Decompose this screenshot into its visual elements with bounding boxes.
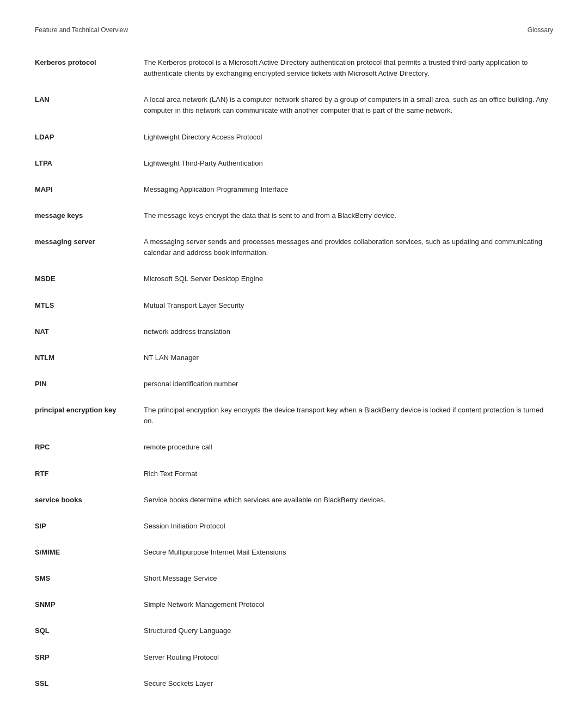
term-definition: Secure Sockets Layer [144, 674, 553, 693]
term-definition: Simple Network Management Protocol [144, 595, 553, 614]
term-definition: Messaging Application Programming Interf… [144, 180, 553, 199]
term-definition: Rich Text Format [144, 465, 553, 483]
row-spacer [35, 341, 553, 349]
term-label: messaging server [35, 233, 144, 262]
row-spacer [35, 667, 553, 674]
page-container: Feature and Technical Overview Glossary … [0, 0, 588, 706]
term-label: SIP [35, 517, 144, 535]
term-label: LAN [35, 90, 144, 120]
table-row: S/MIMESecure Multipurpose Internet Mail … [35, 543, 553, 562]
row-spacer [35, 367, 553, 375]
term-label: SRP [35, 648, 144, 667]
term-definition: remote procedure call [144, 438, 553, 457]
term-label: TCP/IP [35, 701, 144, 706]
table-row: principal encryption keyThe principal en… [35, 401, 553, 430]
term-label: SMS [35, 569, 144, 588]
term-label: RTF [35, 465, 144, 483]
term-definition: Transmission Control Protocol/Internet P… [144, 701, 553, 706]
term-label: S/MIME [35, 543, 144, 562]
table-row: SIPSession Initiation Protocol [35, 517, 553, 535]
term-label: MSDE [35, 270, 144, 288]
row-spacer [35, 120, 553, 128]
row-spacer [35, 225, 553, 233]
term-label: Kerberos protocol [35, 53, 144, 83]
row-spacer [35, 693, 553, 701]
term-definition: Secure Multipurpose Internet Mail Extens… [144, 543, 553, 562]
term-definition: Short Message Service [144, 569, 553, 588]
term-definition: Lightweight Directory Access Protocol [144, 128, 553, 147]
row-spacer [35, 509, 553, 517]
row-spacer [35, 588, 553, 595]
table-row: messaging serverA messaging server sends… [35, 233, 553, 262]
term-label: NAT [35, 322, 144, 341]
row-spacer [35, 483, 553, 491]
table-row: service booksService books determine whi… [35, 491, 553, 509]
term-label: service books [35, 491, 144, 509]
row-spacer [35, 641, 553, 648]
term-definition: Server Routing Protocol [144, 648, 553, 667]
row-spacer [35, 430, 553, 438]
table-row: SMSShort Message Service [35, 569, 553, 588]
table-row: SSLSecure Sockets Layer [35, 674, 553, 693]
table-row: SQLStructured Query Language [35, 622, 553, 640]
term-label: RPC [35, 438, 144, 457]
table-row: MTLSMutual Transport Layer Security [35, 296, 553, 315]
row-spacer [35, 535, 553, 543]
term-definition: A local area network (LAN) is a computer… [144, 90, 553, 120]
term-definition: Mutual Transport Layer Security [144, 296, 553, 315]
term-definition: Session Initiation Protocol [144, 517, 553, 535]
term-definition: Lightweight Third-Party Authentication [144, 154, 553, 173]
header-left: Feature and Technical Overview [35, 26, 128, 34]
table-row: TCP/IPTransmission Control Protocol/Inte… [35, 701, 553, 706]
term-definition: Service books determine which services a… [144, 491, 553, 509]
table-row: LTPALightweight Third-Party Authenticati… [35, 154, 553, 173]
term-definition: NT LAN Manager [144, 349, 553, 367]
term-label: SSL [35, 674, 144, 693]
term-label: MAPI [35, 180, 144, 199]
term-definition: A messaging server sends and processes m… [144, 233, 553, 262]
term-label: LTPA [35, 154, 144, 173]
term-definition: The principal encryption key encrypts th… [144, 401, 553, 430]
term-label: LDAP [35, 128, 144, 147]
table-row: MSDEMicrosoft SQL Server Desktop Engine [35, 270, 553, 288]
term-definition: network address translation [144, 322, 553, 341]
row-spacer [35, 393, 553, 401]
table-row: Kerberos protocolThe Kerberos protocol i… [35, 53, 553, 83]
table-row: LDAPLightweight Directory Access Protoco… [35, 128, 553, 147]
row-spacer [35, 289, 553, 296]
term-label: MTLS [35, 296, 144, 315]
term-label: SQL [35, 622, 144, 640]
term-definition: Structured Query Language [144, 622, 553, 640]
term-label: PIN [35, 375, 144, 393]
table-row: RTFRich Text Format [35, 465, 553, 483]
row-spacer [35, 199, 553, 206]
term-label: NTLM [35, 349, 144, 367]
glossary-table: Kerberos protocolThe Kerberos protocol i… [35, 53, 553, 706]
row-spacer [35, 83, 553, 90]
row-spacer [35, 457, 553, 465]
row-spacer [35, 147, 553, 154]
row-spacer [35, 173, 553, 180]
table-row: MAPIMessaging Application Programming In… [35, 180, 553, 199]
table-row: SNMPSimple Network Management Protocol [35, 595, 553, 614]
term-label: principal encryption key [35, 401, 144, 430]
row-spacer [35, 262, 553, 270]
term-definition: The message keys encrypt the data that i… [144, 206, 553, 225]
table-row: message keysThe message keys encrypt the… [35, 206, 553, 225]
header-right: Glossary [528, 26, 553, 34]
term-definition: The Kerberos protocol is a Microsoft Act… [144, 53, 553, 83]
table-row: NATnetwork address translation [35, 322, 553, 341]
table-row: LANA local area network (LAN) is a compu… [35, 90, 553, 120]
term-definition: Microsoft SQL Server Desktop Engine [144, 270, 553, 288]
table-row: PINpersonal identification number [35, 375, 553, 393]
page-header: Feature and Technical Overview Glossary [35, 26, 553, 34]
row-spacer [35, 315, 553, 322]
table-row: RPCremote procedure call [35, 438, 553, 457]
table-row: NTLMNT LAN Manager [35, 349, 553, 367]
term-label: SNMP [35, 595, 144, 614]
term-definition: personal identification number [144, 375, 553, 393]
term-label: message keys [35, 206, 144, 225]
row-spacer [35, 614, 553, 622]
table-row: SRPServer Routing Protocol [35, 648, 553, 667]
row-spacer [35, 562, 553, 569]
